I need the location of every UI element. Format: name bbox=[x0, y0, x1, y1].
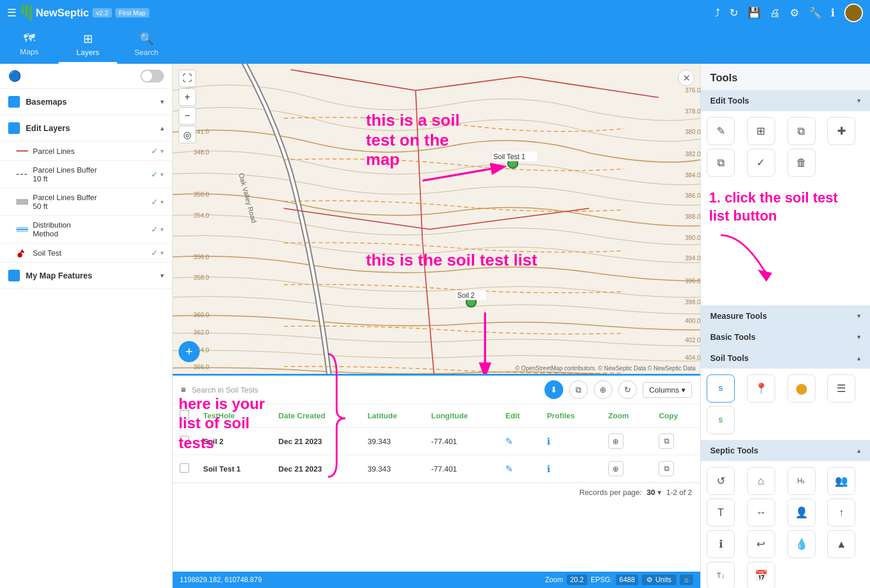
septic-tool-arrows[interactable]: ↔ bbox=[747, 498, 775, 527]
testhole-header: TestHole bbox=[196, 404, 272, 428]
svg-text:396.0: 396.0 bbox=[685, 277, 700, 284]
select-all-checkbox[interactable] bbox=[180, 410, 189, 419]
edit-tools-header[interactable]: Edit Tools ▾ bbox=[701, 90, 870, 111]
right-sidebar: Tools Edit Tools ▾ ✎ ⊞ ⧉ ✚ ⧉ ✓ 🗑 1. clic… bbox=[700, 64, 870, 588]
target-button[interactable]: ⊕ bbox=[594, 380, 612, 399]
table-header: TestHole Date Created Latitude Longitude… bbox=[173, 404, 700, 428]
per-page-select[interactable]: 30 ▾ bbox=[646, 488, 661, 497]
row1-profiles-button[interactable]: ℹ bbox=[547, 436, 550, 447]
zoom-label: Zoom bbox=[545, 576, 563, 584]
tab-layers[interactable]: ⊞ Layers bbox=[59, 26, 117, 64]
soil-tools-header[interactable]: Soil Tools ▴ bbox=[701, 348, 870, 369]
row1-zoom-button[interactable]: ⊕ bbox=[608, 434, 624, 449]
row2-zoom-button[interactable]: ⊕ bbox=[608, 461, 624, 476]
units-button[interactable]: ⚙ Units bbox=[642, 575, 676, 585]
svg-text:382.0: 382.0 bbox=[685, 150, 700, 157]
layer-parcel-buffer-50: Parcel Lines Buffer50 ft ✓ ▾ bbox=[0, 188, 172, 215]
septic-tool-h5[interactable]: H₅ bbox=[787, 467, 816, 495]
row2-edit-button[interactable]: ✎ bbox=[505, 463, 513, 474]
tool-edit-1[interactable]: ✎ bbox=[707, 117, 735, 145]
map-controls: ⛶ + − ◎ bbox=[179, 70, 196, 143]
close-panel-button[interactable]: ✕ bbox=[678, 70, 694, 86]
edit-toggle[interactable] bbox=[141, 70, 164, 82]
my-map-features-header[interactable]: My Map Features ▾ bbox=[0, 263, 172, 288]
download-button[interactable]: ⬇ bbox=[544, 380, 563, 399]
add-feature-button[interactable]: + bbox=[179, 341, 200, 362]
tool-edit-6[interactable]: ✓ bbox=[747, 149, 775, 177]
profiles-header: Profiles bbox=[540, 404, 601, 428]
tab-maps[interactable]: 🗺 Maps bbox=[0, 26, 59, 64]
soil-tool-s2[interactable]: S bbox=[707, 406, 735, 434]
row1-checkbox[interactable] bbox=[180, 436, 189, 445]
measure-tools-header[interactable]: Measure Tools ▾ bbox=[701, 305, 870, 326]
map-area[interactable]: 341.0 348.0 350.0 354.0 356.0 358.0 360.… bbox=[173, 64, 700, 374]
row1-edit-button[interactable]: ✎ bbox=[505, 436, 513, 447]
my-map-features-chevron: ▾ bbox=[160, 271, 164, 280]
row2-copy-button[interactable]: ⧉ bbox=[659, 461, 674, 476]
septic-tool-person[interactable]: 👤 bbox=[787, 498, 816, 527]
measure-tools-label: Measure Tools bbox=[710, 311, 854, 321]
location-button[interactable]: ◎ bbox=[179, 126, 196, 143]
row2-profiles-button[interactable]: ℹ bbox=[547, 463, 550, 474]
menu-icon[interactable]: ☰ bbox=[7, 6, 16, 19]
tool-trash[interactable]: 🗑 bbox=[787, 149, 816, 177]
settings-button[interactable]: ⚙ bbox=[790, 6, 799, 19]
soil-tool-circle[interactable]: ⬤ bbox=[787, 374, 816, 403]
tab-search[interactable]: 🔍 Search bbox=[117, 26, 176, 64]
coordinates: 1198829.182, 610748.879 bbox=[180, 576, 538, 584]
user-avatar[interactable] bbox=[844, 4, 863, 22]
layer-parcel-lines-label: Parcel Lines bbox=[33, 147, 146, 156]
septic-tool-return[interactable]: ↩ bbox=[747, 530, 775, 558]
logo-bars bbox=[21, 5, 32, 21]
layer-parcel-buffer-10-label: Parcel Lines Buffer10 ft bbox=[33, 166, 146, 183]
septic-tool-home[interactable]: ⌂ bbox=[747, 467, 775, 495]
septic-tool-up[interactable]: ↑ bbox=[827, 498, 855, 527]
tool-edit-5[interactable]: ⧉ bbox=[707, 149, 735, 177]
table-row: Soil Test 1 Dec 21 2023 39.343 -77.401 ✎… bbox=[173, 455, 700, 483]
septic-tool-rotate[interactable]: ↺ bbox=[707, 467, 735, 495]
septic-tool-people[interactable]: 👥 bbox=[827, 467, 855, 495]
epsg-label: EPSG: bbox=[591, 576, 612, 584]
septic-tools-header[interactable]: Septic Tools ▴ bbox=[701, 440, 870, 461]
septic-tool-water[interactable]: 💧 bbox=[787, 530, 816, 558]
soil-tool-s[interactable]: S bbox=[707, 374, 735, 403]
tool-edit-2[interactable]: ⊞ bbox=[747, 117, 775, 145]
septic-tool-triangle[interactable]: ▲ bbox=[827, 530, 855, 558]
info-button[interactable]: ℹ bbox=[831, 6, 835, 19]
row1-copy-button[interactable]: ⧉ bbox=[659, 434, 674, 449]
instruction-text: 1. click the soil test list button bbox=[709, 188, 862, 225]
septic-tool-t2[interactable]: T↓ bbox=[707, 562, 735, 588]
fullscreen-button[interactable]: ⛶ bbox=[179, 70, 196, 87]
septic-tool-info[interactable]: ℹ bbox=[707, 530, 735, 558]
copy-list-button[interactable]: ⧉ bbox=[569, 380, 588, 399]
share-button[interactable]: ⤴ bbox=[715, 7, 720, 19]
septic-tools-label: Septic Tools bbox=[710, 446, 854, 455]
septic-tool-t[interactable]: T bbox=[707, 498, 735, 527]
soil-tool-pin[interactable]: 📍 bbox=[747, 374, 775, 403]
edit-layers-header[interactable]: Edit Layers ▴ bbox=[0, 115, 172, 141]
basic-tools-header[interactable]: Basic Tools ▾ bbox=[701, 326, 870, 348]
zoom-in-button[interactable]: + bbox=[179, 88, 196, 106]
basemaps-header[interactable]: Basemaps ▾ bbox=[0, 89, 172, 115]
zoom-info: Zoom 20.2 EPSG: 6488 ⚙ Units ⌂ bbox=[545, 575, 693, 585]
home-button[interactable]: ⌂ bbox=[680, 575, 693, 585]
row2-testhole: Soil Test 1 bbox=[196, 455, 272, 483]
print-button[interactable]: 🖨 bbox=[770, 7, 780, 19]
search-icon: 🔍 bbox=[139, 32, 154, 46]
tool-edit-4[interactable]: ✚ bbox=[827, 117, 855, 145]
basemaps-title: Basemaps bbox=[26, 97, 155, 106]
tool-edit-3[interactable]: ⧉ bbox=[787, 117, 816, 145]
save-button[interactable]: 💾 bbox=[748, 6, 761, 19]
refresh-button[interactable]: ↻ bbox=[729, 6, 738, 19]
refresh-list-button[interactable]: ↻ bbox=[618, 380, 637, 399]
maps-label: Maps bbox=[20, 47, 39, 56]
instruction-box: 1. click the soil test list button bbox=[701, 183, 870, 305]
panel-footer: Records per page: 30 ▾ 1-2 of 2 bbox=[173, 483, 700, 501]
soil-tool-list[interactable]: ☰ bbox=[827, 374, 855, 403]
columns-button[interactable]: Columns ▾ bbox=[643, 382, 692, 398]
row2-checkbox[interactable] bbox=[180, 463, 189, 473]
tools-button[interactable]: 🔧 bbox=[809, 6, 821, 19]
septic-tool-calendar[interactable]: 📅 bbox=[747, 562, 775, 588]
zoom-out-button[interactable]: − bbox=[179, 107, 196, 125]
per-page-value: 30 bbox=[646, 488, 655, 497]
